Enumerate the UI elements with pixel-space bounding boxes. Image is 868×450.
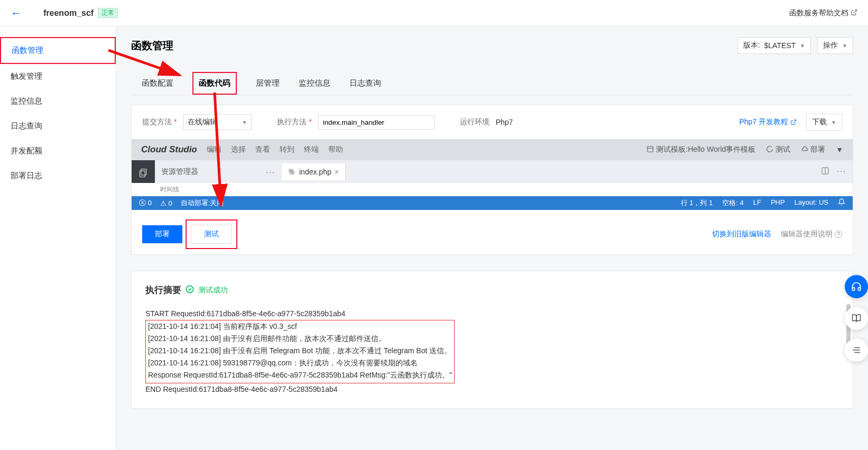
version-label: 版本:	[743, 41, 760, 50]
log-line: [2021-10-14 16:21:08] 由于没有启用 Telegram Bo…	[148, 345, 452, 357]
function-name: freenom_scf	[43, 8, 94, 18]
log-line: START RequestId:6171dba8-8f5e-4e6c-a977-…	[145, 308, 839, 320]
tab-function-config[interactable]: 函数配置	[142, 72, 173, 95]
editor-brand: Cloud Studio	[141, 144, 197, 155]
svg-rect-4	[141, 169, 146, 176]
tab-log-query[interactable]: 日志查询	[349, 72, 381, 95]
docs-button[interactable]	[845, 307, 868, 330]
menu-help[interactable]: 帮助	[328, 145, 343, 154]
warnings-indicator[interactable]: ⚠ 0	[160, 199, 172, 207]
test-button[interactable]: 测试	[191, 225, 232, 244]
editor-help-label[interactable]: 编辑器使用说明 ?	[781, 229, 842, 239]
sidebar-item-deploy-log[interactable]: 部署日志	[0, 163, 116, 188]
exec-method-label: 执行方法 *	[277, 117, 311, 127]
log-line: END RequestId:6171dba8-8f5e-4e6c-a977-5c…	[145, 383, 839, 396]
version-select[interactable]: 版本: $LATEST ▼	[737, 37, 811, 54]
log-line: Response RequestId:6171dba8-8f5e-4e6c-a9…	[148, 369, 452, 381]
action-row: 部署 测试 切换到旧版编辑器 编辑器使用说明 ?	[132, 210, 853, 254]
exec-method-input[interactable]	[318, 115, 435, 130]
split-editor-icon[interactable]	[821, 167, 829, 177]
svg-rect-2	[648, 146, 653, 152]
eol-status[interactable]: LF	[753, 198, 761, 208]
chevron-down-icon: ▼	[242, 120, 247, 125]
test-template-selector[interactable]: 测试模板:Hello World事件模板	[647, 145, 755, 154]
php-icon: 🐘	[288, 168, 296, 176]
success-check-icon	[186, 285, 194, 295]
editor-mid: 资源管理器 ··· 🐘 index.php × ···	[132, 160, 853, 183]
help-doc-link[interactable]: 函数服务帮助文档	[789, 8, 857, 18]
editor-tabs: 🐘 index.php × ···	[282, 160, 853, 183]
more-icon[interactable]: ···	[266, 168, 275, 176]
lang-status[interactable]: PHP	[771, 198, 785, 208]
files-icon[interactable]	[135, 164, 152, 183]
close-icon[interactable]: ×	[335, 168, 339, 176]
runtime-value: Php7	[496, 118, 513, 126]
editor-body[interactable]: 时间线	[132, 183, 853, 196]
tutorial-link[interactable]: Php7 开发教程	[740, 117, 797, 127]
editor-card: 提交方法 * 在线编辑 ▼ 执行方法 * 运行环境 Php7 Php7 开发教程	[131, 105, 853, 255]
actions-select[interactable]: 操作 ▼	[817, 37, 853, 54]
explorer-label: 资源管理器	[161, 167, 198, 177]
main: 函数管理 版本: $LATEST ▼ 操作 ▼ 函数配置 函数代码 层管理 监控…	[116, 26, 868, 450]
errors-indicator[interactable]: ⓧ 0	[139, 198, 152, 208]
explorer-panel: 资源管理器 ···	[155, 160, 282, 183]
auto-deploy-status[interactable]: 自动部署:关闭	[181, 198, 224, 208]
editor-activity-bar	[132, 160, 155, 183]
tabs: 函数配置 函数代码 层管理 监控信息 日志查询	[131, 70, 853, 95]
tab-function-code[interactable]: 函数代码	[192, 72, 237, 95]
sidebar: 函数管理 触发管理 监控信息 日志查询 并发配额 部署日志	[0, 26, 116, 450]
download-select[interactable]: 下载 ▼	[806, 114, 842, 131]
runtime-label: 运行环境	[460, 117, 490, 127]
page-title: 函数管理	[131, 39, 173, 53]
sidebar-item-function-manage[interactable]: 函数管理	[0, 37, 116, 64]
log-line: [2021-10-14 16:21:08] 593198779@qq.com：执…	[148, 357, 452, 369]
log-line: [2021-10-14 16:21:08] 由于没有启用邮件功能，故本次不通过邮…	[148, 333, 452, 345]
tab-monitor-info[interactable]: 监控信息	[299, 72, 330, 95]
switch-old-editor-link[interactable]: 切换到旧版编辑器	[712, 229, 771, 239]
actions-label: 操作	[823, 41, 838, 50]
sidebar-item-log-query[interactable]: 日志查询	[0, 114, 116, 139]
result-title: 执行摘要	[145, 284, 181, 296]
menu-goto[interactable]: 转到	[280, 145, 294, 154]
log-line: [2021-10-14 16:21:04] 当前程序版本 v0.3_scf	[148, 320, 452, 333]
deploy-button[interactable]: 部署	[142, 225, 182, 243]
list-button[interactable]	[845, 338, 868, 362]
result-card: 执行摘要 测试成功 START RequestId:6171dba8-8f5e-…	[131, 271, 853, 409]
indent-status[interactable]: 空格: 4	[722, 198, 743, 208]
external-link-icon	[851, 9, 857, 17]
editor-test-button[interactable]: 测试	[766, 145, 790, 154]
sidebar-item-concurrency-quota[interactable]: 并发配额	[0, 139, 116, 163]
editor-tab-index-php[interactable]: 🐘 index.php ×	[282, 163, 346, 180]
editor-deploy-button[interactable]: 部署	[801, 145, 825, 154]
help-icon: ?	[835, 231, 842, 238]
chevron-down-icon: ▼	[800, 43, 805, 49]
back-arrow-icon[interactable]: ←	[11, 6, 22, 20]
floating-buttons	[845, 275, 868, 362]
status-badge: 正常	[98, 8, 118, 18]
editor-status-bar: ⓧ 0 ⚠ 0 自动部署:关闭 行 1，列 1 空格: 4 LF PHP Lay…	[132, 196, 853, 210]
submit-method-label: 提交方法 *	[142, 117, 177, 127]
result-status-text: 测试成功	[198, 286, 228, 295]
chevron-down-icon: ▼	[831, 120, 836, 125]
submit-method-select[interactable]: 在线编辑 ▼	[183, 114, 252, 130]
support-chat-button[interactable]	[845, 275, 868, 298]
bell-icon[interactable]	[838, 198, 845, 208]
menu-edit[interactable]: 编辑	[207, 145, 221, 154]
sidebar-item-trigger-manage[interactable]: 触发管理	[0, 64, 116, 89]
cursor-position[interactable]: 行 1，列 1	[681, 198, 713, 208]
layout-status[interactable]: Layout: US	[795, 198, 828, 208]
svg-line-0	[853, 10, 856, 13]
chevron-down-icon: ▼	[842, 43, 847, 49]
menu-terminal[interactable]: 终端	[304, 145, 319, 154]
menu-select[interactable]: 选择	[231, 145, 246, 154]
version-value: $LATEST	[764, 41, 796, 50]
svg-line-1	[793, 120, 796, 123]
more-icon[interactable]: ···	[837, 167, 846, 177]
log-output: START RequestId:6171dba8-8f5e-4e6c-a977-…	[145, 308, 839, 396]
config-row: 提交方法 * 在线编辑 ▼ 执行方法 * 运行环境 Php7 Php7 开发教程	[132, 105, 853, 139]
sidebar-item-monitor-info[interactable]: 监控信息	[0, 89, 116, 114]
help-doc-label: 函数服务帮助文档	[789, 8, 848, 18]
editor-collapse-icon[interactable]: ▼	[836, 145, 843, 154]
tab-layer-manage[interactable]: 层管理	[256, 72, 280, 95]
menu-view[interactable]: 查看	[255, 145, 270, 154]
